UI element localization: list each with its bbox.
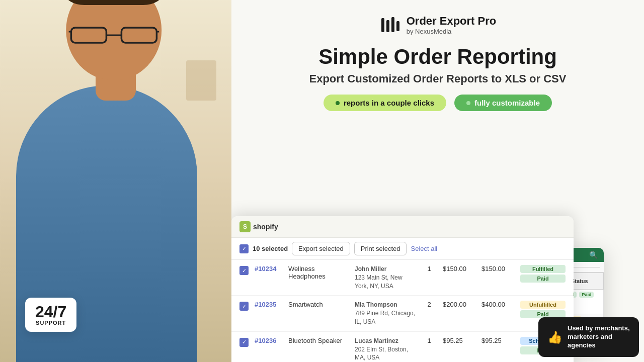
svg-rect-1 xyxy=(121,28,156,43)
order-item-1: Smartwatch xyxy=(288,301,349,308)
pill-customizable-text: fully customizable xyxy=(474,99,540,107)
svg-rect-5 xyxy=(381,18,384,32)
feature-pills: reports in a couple clicks fully customi… xyxy=(252,95,624,111)
brand-text: Order Export Pro by NexusMedia xyxy=(407,15,496,35)
order-price-1: $200.00 xyxy=(443,301,475,308)
support-label: SUPPORT xyxy=(35,320,66,326)
select-all-link[interactable]: Select all xyxy=(411,245,437,252)
pill-reports: reports in a couple clicks xyxy=(324,95,446,111)
order-id-0: #10234 xyxy=(255,265,282,273)
shopify-order-row: ✓ #10236 Bluetooth Speaker Lucas Martine… xyxy=(231,332,574,362)
order-status-1: Unfulfilled Paid xyxy=(520,301,566,318)
shopify-order-row: ✓ #10235 Smartwatch Mia Thompson789 Pine… xyxy=(231,296,574,331)
wall-decoration xyxy=(186,60,216,101)
selected-count: 10 selected xyxy=(253,245,288,252)
pill-reports-text: reports in a couple clicks xyxy=(344,99,434,107)
excel-search-icon[interactable]: 🔍 xyxy=(589,251,598,259)
order-checkbox-1[interactable]: ✓ xyxy=(239,302,249,311)
support-badge: 24/7 SUPPORT xyxy=(25,298,76,332)
order-price-0: $150.00 xyxy=(443,265,475,273)
order-item-0: Wellness Headphones xyxy=(288,265,349,280)
select-all-checkbox[interactable]: ✓ xyxy=(239,244,249,253)
merchants-text: Used by merchants, marketers and agencie… xyxy=(568,324,630,350)
brand-name: Order Export Pro xyxy=(407,15,496,27)
order-total-2: $95.25 xyxy=(481,337,514,344)
order-status1-0: Fulfilled xyxy=(520,265,566,273)
brand-row: Order Export Pro by NexusMedia xyxy=(252,14,624,36)
merchants-badge: 👍 Used by merchants, marketers and agenc… xyxy=(538,317,639,357)
order-id-2: #10236 xyxy=(255,337,282,344)
main-title: Simple Order Reporting xyxy=(252,45,624,68)
support-number: 24/7 xyxy=(35,304,66,320)
shopify-orders-list: ✓ #10234 Wellness Headphones John Miller… xyxy=(231,260,574,362)
shopify-header: S shopify xyxy=(231,216,574,238)
order-id-1: #10235 xyxy=(255,301,282,308)
pill-customizable: fully customizable xyxy=(454,95,552,111)
order-qty-1: 2 xyxy=(422,301,437,308)
svg-rect-6 xyxy=(386,20,389,32)
person-hair xyxy=(65,0,163,5)
pill-dot-2 xyxy=(466,101,470,105)
order-addr-2: Lucas Martinez202 Elm St, Boston, MA, US… xyxy=(355,337,416,362)
order-item-2: Bluetooth Speaker xyxy=(288,337,349,344)
svg-rect-0 xyxy=(71,28,106,43)
order-checkbox-0[interactable]: ✓ xyxy=(239,266,249,275)
order-checkbox-2[interactable]: ✓ xyxy=(239,338,249,347)
shopify-order-row: ✓ #10234 Wellness Headphones John Miller… xyxy=(231,260,574,296)
left-photo-panel: 24/7 SUPPORT xyxy=(0,0,231,362)
shopify-logo-text: shopify xyxy=(253,223,278,231)
sub-title: Export Customized Order Reports to XLS o… xyxy=(252,72,624,85)
order-total-0: $150.00 xyxy=(481,265,514,273)
order-qty-0: 1 xyxy=(422,265,437,273)
svg-rect-7 xyxy=(391,17,394,32)
print-selected-button[interactable]: Print selected xyxy=(354,242,407,255)
order-status1-1: Unfulfilled xyxy=(520,301,566,309)
order-qty-2: 1 xyxy=(422,337,437,344)
shopify-toolbar: ✓ 10 selected Export selected Print sele… xyxy=(231,238,574,260)
svg-rect-8 xyxy=(396,21,399,31)
order-status2-0: Paid xyxy=(520,275,566,283)
status-badge: Paid xyxy=(579,292,594,298)
order-status-0: Fulfilled Paid xyxy=(520,265,566,283)
brand-by: by NexusMedia xyxy=(407,28,496,35)
order-price-2: $95.25 xyxy=(443,337,475,344)
shopify-bag-icon: S xyxy=(239,221,251,232)
brand-icon xyxy=(379,14,401,36)
right-panel: Order Export Pro by NexusMedia Simple Or… xyxy=(231,0,644,362)
thumbs-up-icon: 👍 xyxy=(547,330,562,344)
shopify-panel: S shopify ✓ 10 selected Export selected … xyxy=(231,216,574,362)
person-glasses xyxy=(68,23,159,48)
pill-dot-1 xyxy=(336,101,340,105)
order-total-1: $400.00 xyxy=(481,301,514,308)
export-selected-button[interactable]: Export selected xyxy=(292,242,350,255)
order-addr-0: John Miller123 Main St, New York, NY, US… xyxy=(355,265,416,290)
shopify-logo: S shopify xyxy=(239,221,278,232)
order-addr-1: Mia Thompson789 Pine Rd, Chicago, IL, US… xyxy=(355,301,416,326)
